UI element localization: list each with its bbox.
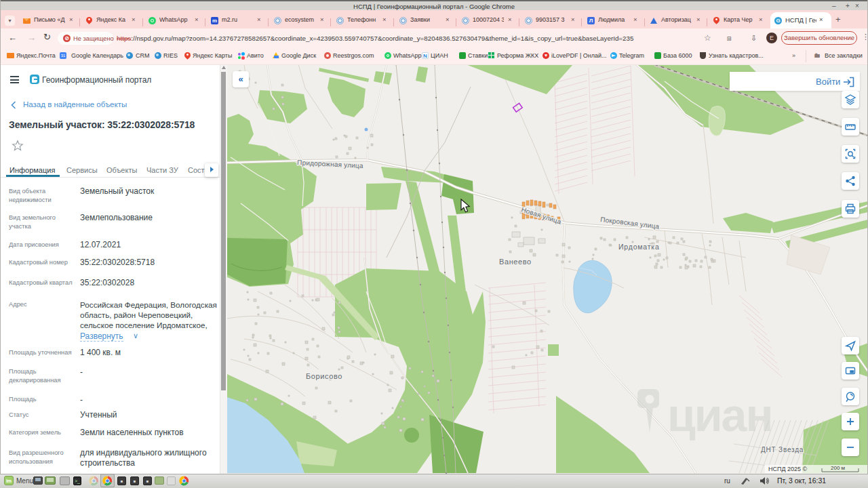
svg-text:ДНТ Звезда: ДНТ Звезда [761, 446, 804, 453]
svg-text:Борисово: Борисово [306, 372, 342, 380]
svg-text:Ирдоматка: Ирдоматка [618, 243, 660, 251]
svg-text:200 м: 200 м [831, 465, 845, 471]
svg-text:циан: циан [667, 389, 772, 441]
svg-text:Ванеево: Ванеево [499, 258, 532, 266]
svg-text:НСПД 2025 ©: НСПД 2025 © [768, 466, 808, 472]
